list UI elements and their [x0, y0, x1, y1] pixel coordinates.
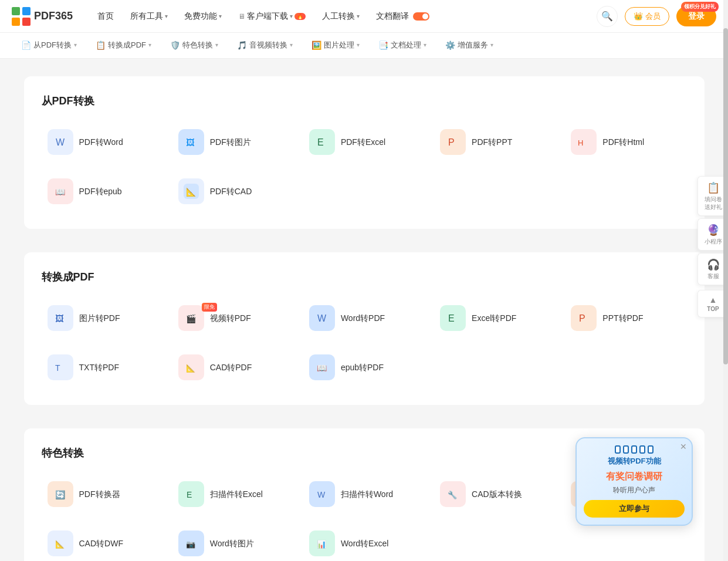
sub-nav-special[interactable]: 🛡️ 特色转换 ▾ — [161, 33, 228, 59]
svg-rect-1 — [22, 7, 31, 15]
excel-pdf-label: Excel转PDF — [472, 313, 516, 323]
jifenli-badge: 领积分兑好礼 — [681, 2, 719, 12]
cad-version-label: CAD版本转换 — [472, 489, 522, 499]
img-icon: 🖼️ — [311, 40, 321, 50]
svg-text:W: W — [56, 137, 65, 147]
chevron-icon: ▾ — [290, 42, 293, 48]
tool-cad-version[interactable]: 🔧 CAD版本转换 — [434, 474, 556, 514]
chevron-icon: ▾ — [219, 13, 222, 19]
ring-3 — [631, 445, 637, 454]
tool-pdf-cad[interactable]: 📐 PDF转CAD — [172, 171, 294, 211]
svg-text:E: E — [187, 490, 192, 499]
pdf-image-label: PDF转图片 — [210, 137, 251, 147]
tool-ppt-pdf[interactable]: P PPT转PDF — [565, 298, 686, 338]
nav-free[interactable]: 免费功能 ▾ — [177, 8, 229, 25]
tool-pdf-converter[interactable]: 🔄 PDF转换器 — [42, 474, 163, 514]
chevron-icon: ▾ — [490, 42, 493, 48]
promo-title: 有奖问卷调研 — [584, 470, 685, 483]
promo-rings — [584, 445, 685, 454]
excel-pdf-icon: E — [440, 305, 466, 331]
svg-text:📊: 📊 — [317, 539, 327, 549]
nav-all-tools[interactable]: 所有工具 ▾ — [123, 8, 175, 25]
promo-close-button[interactable]: ✕ — [680, 442, 687, 451]
txt-pdf-label: TXT转PDF — [79, 362, 119, 373]
cad-pdf-label: CAD转PDF — [210, 362, 252, 373]
sub-nav-from-pdf[interactable]: 📄 从PDF转换 ▾ — [12, 33, 86, 59]
epub-pdf-label: epub转PDF — [341, 362, 384, 373]
promo-participate-button[interactable]: 立即参与 — [584, 500, 685, 518]
promo-header: 视频转PDF功能 — [584, 456, 685, 467]
nav-right: 🔍 👑 会员 登录 领积分兑好礼 — [597, 6, 716, 27]
tool-word-excel[interactable]: 📊 Word转Excel — [303, 523, 425, 561]
tool-pdf-html[interactable]: H PDF转Html — [565, 122, 686, 162]
sub-nav-doc[interactable]: 📑 文档处理 ▾ — [369, 33, 436, 59]
xianmian-badge: 限免 — [202, 303, 217, 312]
tool-txt-pdf[interactable]: T TXT转PDF — [42, 347, 163, 387]
chevron-icon: ▾ — [148, 42, 151, 48]
tool-pdf-image[interactable]: 🖼 PDF转图片 — [172, 122, 294, 162]
miniapp-icon: 🔮 — [707, 224, 720, 236]
doc-icon: 📑 — [378, 40, 388, 50]
to-pdf-section: 转换成PDF 🖼 图片转PDF 限免 🎬 视频转PDF W — [24, 252, 705, 405]
sub-nav-value[interactable]: ⚙️ 增值服务 ▾ — [436, 33, 503, 59]
chevron-icon: ▾ — [165, 13, 168, 19]
svg-text:T: T — [55, 363, 60, 373]
top-arrow-icon: ▲ — [709, 295, 717, 305]
service-icon: 🎧 — [707, 258, 720, 271]
scroll-thumb[interactable] — [723, 28, 728, 365]
cad-dwf-label: CAD转DWF — [79, 538, 123, 549]
svg-text:P: P — [579, 313, 585, 323]
tool-scan-excel[interactable]: E 扫描件转Excel — [172, 474, 294, 514]
sub-nav-av[interactable]: 🎵 音视频转换 ▾ — [228, 33, 302, 59]
pdf-html-icon: H — [571, 129, 597, 155]
to-pdf-icon: 📋 — [96, 40, 106, 50]
from-pdf-grid: W PDF转Word 🖼 PDF转图片 E PDF转Excel P — [42, 122, 687, 211]
nav-human-convert[interactable]: 人工转换 ▾ — [315, 8, 367, 25]
tool-video-pdf[interactable]: 🎬 视频转PDF — [172, 298, 294, 338]
video-pdf-label: 视频转PDF — [210, 313, 251, 323]
cad-dwf-icon: 📐 — [48, 530, 73, 556]
nav-home[interactable]: 首页 — [90, 8, 121, 25]
svg-text:🖼: 🖼 — [55, 313, 64, 323]
svg-text:🔄: 🔄 — [55, 490, 66, 500]
nav-download[interactable]: 🖥 客户端下载 ▾ 🔥 — [231, 8, 313, 25]
word-excel-icon: 📊 — [309, 530, 335, 556]
toggle-switch[interactable] — [413, 12, 429, 21]
pdf-word-label: PDF转Word — [79, 137, 123, 147]
tool-pdf-excel[interactable]: E PDF转Excel — [303, 122, 425, 162]
tool-excel-pdf[interactable]: E Excel转PDF — [434, 298, 556, 338]
tool-pdf-epub[interactable]: 📖 PDF转epub — [42, 171, 163, 211]
tool-image-pdf[interactable]: 🖼 图片转PDF — [42, 298, 163, 338]
tool-cad-pdf[interactable]: 📐 CAD转PDF — [172, 347, 294, 387]
pdf-word-icon: W — [48, 129, 73, 155]
svg-text:📖: 📖 — [317, 363, 327, 373]
tool-word-pdf[interactable]: W Word转PDF — [303, 298, 425, 338]
scrollbar[interactable] — [723, 0, 728, 561]
nav-translate[interactable]: 文档翻译 — [369, 8, 436, 25]
image-pdf-label: 图片转PDF — [79, 313, 120, 323]
sub-nav-img[interactable]: 🖼️ 图片处理 ▾ — [302, 33, 369, 59]
svg-rect-0 — [12, 7, 20, 15]
hot-badge: 🔥 — [294, 13, 306, 20]
tool-word-image[interactable]: 📷 Word转图片 — [172, 523, 294, 561]
promo-banner: ✕ 视频转PDF功能 有奖问卷调研 聆听用户心声 立即参与 — [575, 437, 693, 526]
logo[interactable]: PDF365 — [12, 7, 73, 26]
pdf-ppt-icon: P — [440, 129, 466, 155]
tool-cad-dwf[interactable]: 📐 CAD转DWF — [42, 523, 163, 561]
ring-5 — [648, 445, 653, 454]
from-pdf-section: 从PDF转换 W PDF转Word 🖼 PDF转图片 E PDF转Excel — [24, 76, 705, 229]
tool-epub-pdf[interactable]: 📖 epub转PDF — [303, 347, 425, 387]
word-pdf-icon: W — [309, 305, 335, 331]
nav-items: 首页 所有工具 ▾ 免费功能 ▾ 🖥 客户端下载 ▾ 🔥 人工转换 ▾ 文档翻译 — [90, 8, 597, 25]
tool-pdf-ppt[interactable]: P PDF转PPT — [434, 122, 556, 162]
pdf-image-icon: 🖼 — [178, 129, 204, 155]
member-button[interactable]: 👑 会员 — [625, 7, 669, 26]
tool-pdf-word[interactable]: W PDF转Word — [42, 122, 163, 162]
search-button[interactable]: 🔍 — [597, 6, 618, 27]
login-button[interactable]: 登录 领积分兑好礼 — [676, 6, 716, 26]
image-pdf-icon: 🖼 — [48, 305, 73, 331]
sub-nav-to-pdf[interactable]: 📋 转换成PDF ▾ — [86, 33, 161, 59]
cad-pdf-icon: 📐 — [178, 354, 204, 380]
top-label: TOP — [707, 306, 719, 312]
tool-scan-word[interactable]: W 扫描件转Word — [303, 474, 425, 514]
